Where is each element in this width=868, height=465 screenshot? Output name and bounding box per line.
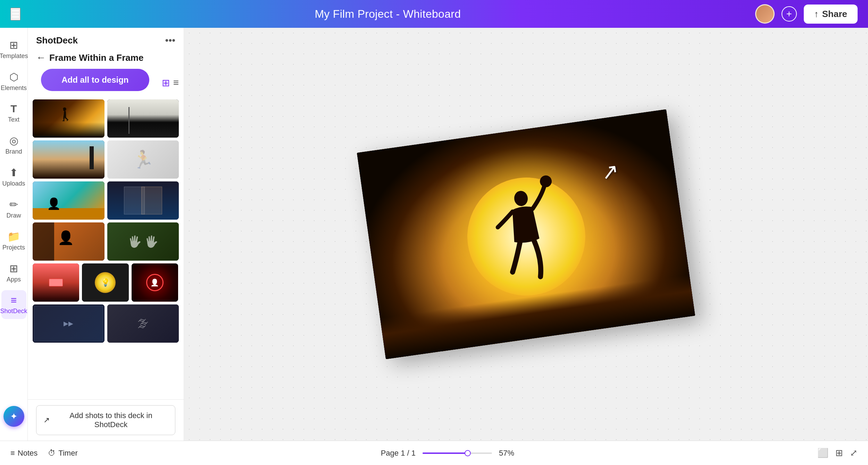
sidebar-item-label: Projects — [2, 244, 25, 251]
timer-icon: ⏱ — [48, 449, 56, 458]
plus-icon: + — [786, 8, 792, 19]
sidebar-item-apps[interactable]: ⊞ Apps — [1, 258, 26, 287]
thumbnail[interactable]: 🌫 — [107, 304, 179, 343]
zoom-slider[interactable] — [423, 452, 492, 454]
cursor: ↗ — [600, 158, 620, 185]
gallery-row: 🏃 — [33, 140, 179, 179]
header-title: My Film Project - Whiteboard — [315, 8, 461, 21]
page-info: Page 1 / 1 — [381, 449, 416, 458]
thumbnail[interactable]: ▶▶ — [33, 304, 105, 343]
sidebar-item-elements[interactable]: ⬡ Elements — [1, 67, 26, 96]
timer-button[interactable]: ⏱ Timer — [48, 449, 77, 458]
sidebar: ⊞ Templates ⬡ Elements T Text ◎ Brand ⬆ … — [0, 28, 28, 441]
bottom-bar: ≡ Notes ⏱ Timer Page 1 / 1 57% ⬜ ⊞ ⤢ — [0, 441, 868, 465]
bottom-left: ≡ Notes ⏱ Timer — [10, 449, 78, 458]
magic-button[interactable]: ✦ — [3, 406, 24, 427]
text-icon: T — [10, 103, 17, 115]
add-button[interactable]: + — [782, 6, 797, 22]
avatar-image — [756, 5, 774, 23]
thumbnail[interactable]: 👤 — [33, 181, 105, 220]
sidebar-item-label: Apps — [7, 276, 21, 283]
thumbnail[interactable]: 🚶 — [33, 99, 105, 138]
menu-button[interactable]: ☰ — [10, 8, 20, 21]
share-label: Share — [822, 9, 847, 19]
panel-header: ShotDeck ••• — [28, 28, 184, 49]
add-shots-button[interactable]: ↗ Add shots to this deck in ShotDeck — [36, 405, 175, 435]
gallery-row: 💡 👤 — [33, 263, 179, 302]
shotdeck-icon: ≡ — [11, 294, 17, 306]
thumbnail[interactable] — [107, 99, 179, 138]
back-button[interactable]: ← — [36, 52, 46, 63]
desktop-view-button[interactable]: ⬜ — [817, 448, 828, 458]
thumbnail[interactable]: 🏃 — [107, 140, 179, 179]
timer-label: Timer — [58, 449, 77, 458]
sidebar-item-projects[interactable]: 📁 Projects — [1, 226, 26, 255]
grid-view-button[interactable]: ⊞ — [162, 77, 170, 89]
sidebar-item-templates[interactable]: ⊞ Templates — [1, 35, 26, 64]
add-shots-label: Add shots to this deck in ShotDeck — [54, 411, 168, 429]
notes-label: Notes — [18, 449, 37, 458]
sidebar-item-label: ShotDeck — [0, 308, 27, 315]
header-right: + ↑ Share — [755, 4, 858, 24]
thumbnail[interactable] — [107, 181, 179, 220]
share-button[interactable]: ↑ Share — [804, 5, 858, 24]
uploads-icon: ⬆ — [9, 166, 18, 179]
thumbnail[interactable] — [33, 263, 79, 302]
share-icon: ↑ — [814, 9, 819, 19]
thumbnail[interactable] — [33, 140, 105, 179]
slider-fill — [423, 452, 468, 454]
thumbnail[interactable]: 👤 — [132, 263, 178, 302]
notes-icon: ≡ — [10, 449, 15, 458]
draw-icon: ✏ — [9, 198, 18, 211]
grid-layout-button[interactable]: ⊞ — [835, 448, 843, 458]
zoom-level: 57% — [499, 449, 514, 458]
sidebar-item-text[interactable]: T Text — [1, 99, 26, 128]
gallery-row: 🚶 — [33, 99, 179, 138]
projects-icon: 📁 — [7, 230, 20, 243]
sidebar-item-shotdeck[interactable]: ≡ ShotDeck — [1, 290, 26, 319]
panel-breadcrumb: ← Frame Within a Frame — [28, 49, 184, 69]
player-silhouette — [473, 167, 579, 297]
svg-point-1 — [539, 175, 552, 188]
panel: ShotDeck ••• ← Frame Within a Frame Add … — [28, 28, 184, 441]
avatar[interactable] — [755, 4, 775, 24]
thumbnail[interactable]: 👤 — [33, 222, 105, 261]
slider-thumb[interactable] — [465, 450, 471, 456]
header: ☰ My Film Project - Whiteboard + ↑ Share — [0, 0, 868, 28]
main-layout: ⊞ Templates ⬡ Elements T Text ◎ Brand ⬆ … — [0, 28, 868, 441]
gallery-row: 👤 🖐 🖐 — [33, 222, 179, 261]
thumbnail[interactable]: 🖐 🖐 — [107, 222, 179, 261]
grid-layout-icon: ⊞ — [835, 448, 843, 458]
thumbnail[interactable]: 💡 — [82, 263, 128, 302]
add-all-button[interactable]: Add all to design — [41, 69, 149, 91]
svg-point-0 — [513, 190, 529, 207]
sidebar-item-label: Templates — [0, 52, 28, 60]
canvas-image-inner: ↗ — [357, 109, 695, 359]
sidebar-item-label: Text — [8, 116, 19, 123]
brand-icon: ◎ — [9, 134, 18, 147]
canvas-image[interactable]: ↗ — [357, 109, 695, 359]
sidebar-item-uploads[interactable]: ⬆ Uploads — [1, 162, 26, 191]
breadcrumb-title: Frame Within a Frame — [49, 52, 143, 63]
expand-icon: ⤢ — [850, 448, 858, 458]
panel-footer: ↗ Add shots to this deck in ShotDeck — [28, 399, 184, 441]
desktop-icon: ⬜ — [817, 448, 828, 458]
sidebar-item-draw[interactable]: ✏ Draw — [1, 194, 26, 223]
hamburger-icon: ☰ — [11, 9, 20, 19]
panel-more-button[interactable]: ••• — [165, 35, 175, 46]
sidebar-item-label: Draw — [6, 212, 21, 219]
elements-icon: ⬡ — [9, 71, 18, 83]
header-left: ☰ — [10, 8, 20, 21]
list-view-button[interactable]: ≡ — [173, 77, 179, 88]
sidebar-item-label: Uploads — [2, 180, 25, 187]
bottom-right: ⬜ ⊞ ⤢ — [817, 448, 858, 458]
bottom-center: Page 1 / 1 57% — [381, 449, 514, 458]
templates-icon: ⊞ — [9, 39, 18, 51]
sidebar-item-brand[interactable]: ◎ Brand — [1, 130, 26, 160]
notes-button[interactable]: ≡ Notes — [10, 449, 37, 458]
canvas-area[interactable]: ↗ — [184, 28, 868, 441]
expand-button[interactable]: ⤢ — [850, 448, 858, 458]
gallery: 🚶 🏃 — [28, 99, 184, 399]
gallery-row: ▶▶ 🌫 — [33, 304, 179, 343]
gallery-row: 👤 — [33, 181, 179, 220]
